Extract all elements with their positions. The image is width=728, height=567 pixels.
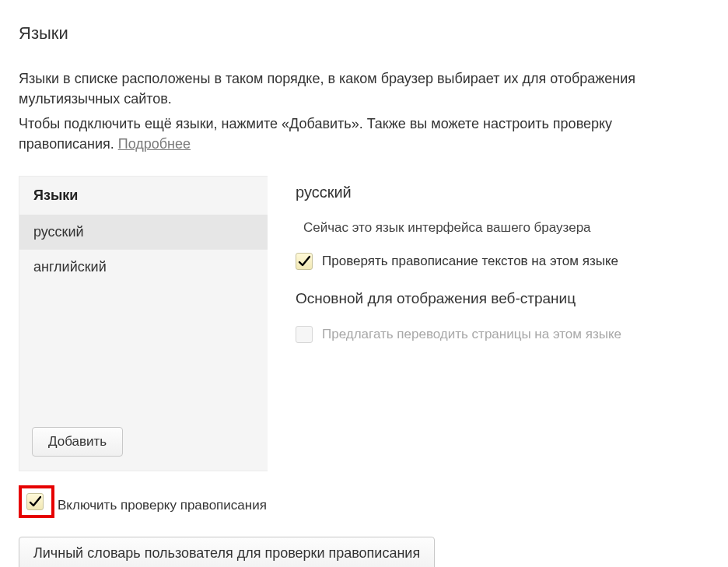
enable-spellcheck-row: Включить проверку правописания	[19, 485, 709, 526]
add-language-button[interactable]: Добавить	[32, 427, 123, 457]
learn-more-link[interactable]: Подробнее	[118, 136, 191, 152]
intro-line-2: Чтобы подключить ещё языки, нажмите «Доб…	[19, 114, 709, 154]
spellcheck-label: Проверять правописание текстов на этом я…	[322, 254, 618, 269]
enable-spellcheck-label: Включить проверку правописания	[58, 498, 267, 513]
language-item-russian[interactable]: русский	[19, 215, 268, 250]
bottom-area: Включить проверку правописания Личный сл…	[19, 485, 709, 567]
intro-line-2-text: Чтобы подключить ещё языки, нажмите «Доб…	[19, 116, 612, 152]
intro-line-1: Языки в списке расположены в таком поряд…	[19, 68, 709, 109]
language-list-panel: Языки русский английский Добавить	[19, 176, 268, 471]
primary-display-title: Основной для отображения веб-страниц	[296, 290, 709, 307]
personal-dictionary-button[interactable]: Личный словарь пользователя для проверки…	[19, 537, 435, 567]
language-details-panel: русский Сейчас это язык интерфейса вашег…	[268, 176, 709, 471]
translate-checkbox	[296, 326, 313, 343]
spellcheck-checkbox[interactable]	[296, 253, 313, 270]
check-icon	[298, 255, 310, 268]
spellcheck-option-row: Проверять правописание текстов на этом я…	[296, 253, 709, 270]
translate-option-row: Предлагать переводить страницы на этом я…	[296, 326, 709, 343]
languages-panel: Языки русский английский Добавить русски…	[19, 176, 709, 471]
language-list: русский английский	[19, 215, 268, 285]
interface-language-note: Сейчас это язык интерфейса вашего браузе…	[303, 220, 709, 236]
language-list-spacer	[19, 285, 268, 419]
language-list-header: Языки	[19, 177, 268, 215]
enable-spellcheck-highlight	[19, 485, 54, 518]
page-title: Языки	[19, 23, 709, 44]
enable-spellcheck-checkbox[interactable]	[26, 493, 44, 510]
translate-label: Предлагать переводить страницы на этом я…	[322, 327, 621, 342]
check-icon	[29, 495, 41, 508]
selected-language-title: русский	[296, 184, 709, 201]
language-item-english[interactable]: английский	[19, 250, 268, 285]
